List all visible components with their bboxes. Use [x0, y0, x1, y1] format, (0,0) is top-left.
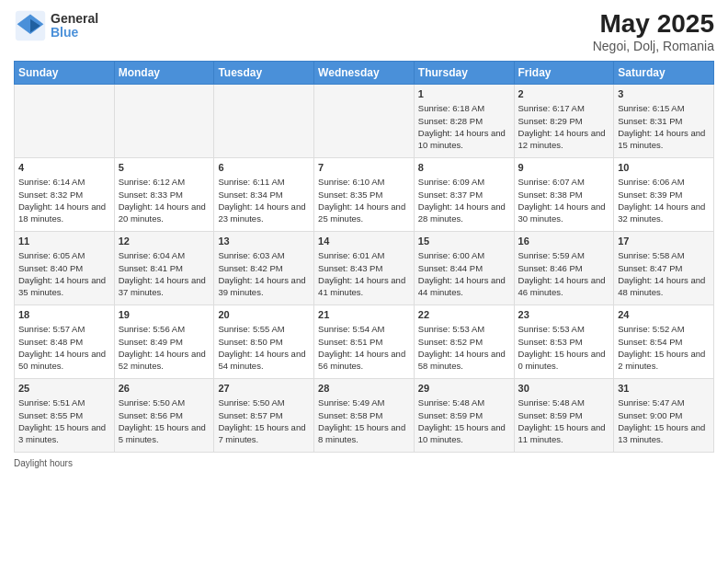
cell-content-line: Sunset: 8:33 PM — [119, 189, 210, 201]
day-number: 31 — [618, 382, 710, 396]
cell-content-line: Sunset: 8:28 PM — [418, 115, 510, 127]
cell-content-line: Sunset: 8:47 PM — [618, 262, 710, 274]
cell-content-line: Daylight: 14 hours and 35 minutes. — [18, 274, 110, 299]
logo-icon — [14, 9, 47, 42]
calendar-subtitle: Negoi, Dolj, Romania — [593, 39, 714, 53]
cell-content-line: Sunrise: 5:53 AM — [418, 323, 510, 335]
cell-content-line: Sunset: 8:37 PM — [418, 189, 510, 201]
week-row-3: 11Sunrise: 6:05 AMSunset: 8:40 PMDayligh… — [15, 232, 714, 305]
cell-content-line: Sunset: 8:49 PM — [119, 336, 210, 348]
cell-content-line: Sunset: 8:46 PM — [518, 262, 610, 274]
cell-content-line: Sunrise: 5:53 AM — [518, 323, 610, 335]
day-header-thursday: Thursday — [414, 62, 514, 85]
cell-content-line: Daylight: 14 hours and 54 minutes. — [218, 348, 310, 373]
cell-content-line: Daylight: 15 hours and 5 minutes. — [119, 421, 210, 446]
cell-content-line: Daylight: 14 hours and 20 minutes. — [119, 201, 210, 225]
day-number: 25 — [18, 382, 110, 396]
cell-content-line: Sunset: 8:40 PM — [18, 262, 110, 274]
logo-line2: Blue — [51, 26, 98, 40]
cell-content-line: Sunset: 8:58 PM — [318, 409, 410, 421]
calendar-cell-19: 19Sunrise: 5:56 AMSunset: 8:49 PMDayligh… — [114, 305, 214, 379]
cell-content-line: Daylight: 14 hours and 23 minutes. — [218, 201, 310, 225]
cell-content-line: Sunrise: 6:00 AM — [418, 249, 510, 261]
cell-content-line: Daylight: 14 hours and 48 minutes. — [618, 274, 710, 299]
calendar-cell-16: 16Sunrise: 5:59 AMSunset: 8:46 PMDayligh… — [514, 232, 614, 305]
calendar-cell-12: 12Sunrise: 6:04 AMSunset: 8:41 PMDayligh… — [114, 232, 214, 305]
cell-content-line: Sunset: 8:56 PM — [119, 409, 210, 421]
cell-content-line: Sunrise: 5:49 AM — [318, 396, 410, 408]
calendar-cell-29: 29Sunrise: 5:48 AMSunset: 8:59 PMDayligh… — [414, 379, 514, 453]
day-number: 16 — [518, 235, 610, 248]
day-number: 9 — [518, 161, 610, 175]
cell-content-line: Sunset: 8:35 PM — [318, 189, 410, 201]
day-number: 10 — [618, 161, 710, 175]
calendar-cell-18: 18Sunrise: 5:57 AMSunset: 8:48 PMDayligh… — [15, 305, 115, 379]
cell-content-line: Sunset: 8:44 PM — [418, 262, 510, 274]
cell-content-line: Daylight: 14 hours and 56 minutes. — [318, 348, 410, 373]
logo-text: General Blue — [51, 12, 98, 40]
calendar-cell-30: 30Sunrise: 5:48 AMSunset: 8:59 PMDayligh… — [514, 379, 614, 453]
calendar-cell-27: 27Sunrise: 5:50 AMSunset: 8:57 PMDayligh… — [214, 379, 314, 453]
cell-content-line: Sunset: 8:34 PM — [218, 189, 310, 201]
cell-content-line: Daylight: 14 hours and 18 minutes. — [18, 201, 110, 225]
cell-content-line: Sunrise: 5:56 AM — [119, 323, 210, 335]
title-section: May 2025 Negoi, Dolj, Romania — [593, 9, 714, 53]
week-row-2: 4Sunrise: 6:14 AMSunset: 8:32 PMDaylight… — [15, 158, 714, 232]
calendar-cell-10: 10Sunrise: 6:06 AMSunset: 8:39 PMDayligh… — [614, 158, 714, 232]
day-number: 29 — [418, 382, 510, 396]
cell-content-line: Sunrise: 5:47 AM — [618, 396, 710, 408]
calendar-cell-empty-0-0 — [15, 85, 115, 158]
cell-content-line: Sunset: 8:41 PM — [119, 262, 210, 274]
cell-content-line: Daylight: 15 hours and 8 minutes. — [318, 421, 410, 446]
cell-content-line: Sunrise: 6:17 AM — [518, 102, 610, 114]
cell-content-line: Sunrise: 5:50 AM — [119, 396, 210, 408]
calendar-table: SundayMondayTuesdayWednesdayThursdayFrid… — [14, 61, 714, 453]
calendar-cell-24: 24Sunrise: 5:52 AMSunset: 8:54 PMDayligh… — [614, 305, 714, 379]
cell-content-line: Sunrise: 6:04 AM — [119, 249, 210, 261]
day-number: 1 — [418, 87, 510, 101]
calendar-cell-4: 4Sunrise: 6:14 AMSunset: 8:32 PMDaylight… — [15, 158, 115, 232]
calendar-cell-23: 23Sunrise: 5:53 AMSunset: 8:53 PMDayligh… — [514, 305, 614, 379]
cell-content-line: Sunset: 8:39 PM — [618, 189, 710, 201]
cell-content-line: Sunset: 8:51 PM — [318, 336, 410, 348]
cell-content-line: Sunrise: 6:07 AM — [518, 176, 610, 188]
calendar-cell-8: 8Sunrise: 6:09 AMSunset: 8:37 PMDaylight… — [414, 158, 514, 232]
day-number: 12 — [119, 235, 210, 248]
calendar-cell-5: 5Sunrise: 6:12 AMSunset: 8:33 PMDaylight… — [114, 158, 214, 232]
calendar-cell-20: 20Sunrise: 5:55 AMSunset: 8:50 PMDayligh… — [214, 305, 314, 379]
calendar-cell-28: 28Sunrise: 5:49 AMSunset: 8:58 PMDayligh… — [314, 379, 415, 453]
cell-content-line: Daylight: 14 hours and 25 minutes. — [318, 201, 410, 225]
calendar-title: May 2025 — [593, 9, 714, 39]
cell-content-line: Sunrise: 5:55 AM — [218, 323, 310, 335]
cell-content-line: Sunrise: 5:54 AM — [318, 323, 410, 335]
day-number: 23 — [518, 308, 610, 322]
cell-content-line: Sunset: 8:57 PM — [218, 409, 310, 421]
cell-content-line: Daylight: 14 hours and 30 minutes. — [518, 201, 610, 225]
week-row-5: 25Sunrise: 5:51 AMSunset: 8:55 PMDayligh… — [15, 379, 714, 453]
day-header-wednesday: Wednesday — [314, 62, 415, 85]
cell-content-line: Sunset: 8:59 PM — [418, 409, 510, 421]
day-number: 13 — [218, 235, 310, 248]
calendar-cell-empty-0-2 — [214, 85, 314, 158]
cell-content-line: Sunset: 8:32 PM — [18, 189, 110, 201]
week-row-1: 1Sunrise: 6:18 AMSunset: 8:28 PMDaylight… — [15, 85, 714, 158]
calendar-cell-empty-0-1 — [114, 85, 214, 158]
day-number: 7 — [318, 161, 410, 175]
calendar-cell-3: 3Sunrise: 6:15 AMSunset: 8:31 PMDaylight… — [614, 85, 714, 158]
cell-content-line: Daylight: 15 hours and 3 minutes. — [18, 421, 110, 446]
cell-content-line: Sunset: 8:31 PM — [618, 115, 710, 127]
day-number: 5 — [119, 161, 210, 175]
cell-content-line: Sunrise: 5:50 AM — [218, 396, 310, 408]
day-number: 27 — [218, 382, 310, 396]
cell-content-line: Daylight: 14 hours and 15 minutes. — [618, 127, 710, 152]
day-number: 14 — [318, 235, 410, 248]
cell-content-line: Daylight: 14 hours and 10 minutes. — [418, 127, 510, 152]
cell-content-line: Daylight: 15 hours and 10 minutes. — [418, 421, 510, 446]
calendar-cell-15: 15Sunrise: 6:00 AMSunset: 8:44 PMDayligh… — [414, 232, 514, 305]
day-header-tuesday: Tuesday — [214, 62, 314, 85]
cell-content-line: Daylight: 15 hours and 2 minutes. — [618, 348, 710, 373]
cell-content-line: Daylight: 15 hours and 0 minutes. — [518, 348, 610, 373]
day-number: 15 — [418, 235, 510, 248]
calendar-cell-25: 25Sunrise: 5:51 AMSunset: 8:55 PMDayligh… — [15, 379, 115, 453]
calendar-cell-9: 9Sunrise: 6:07 AMSunset: 8:38 PMDaylight… — [514, 158, 614, 232]
